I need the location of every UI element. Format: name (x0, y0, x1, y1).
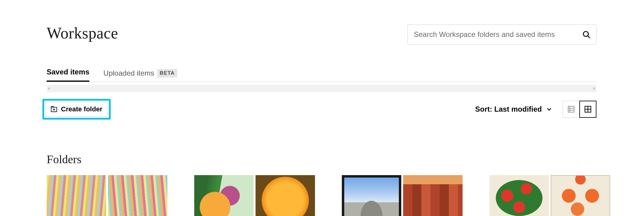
folders-heading: Folders (47, 153, 596, 166)
svg-rect-7 (568, 106, 574, 112)
search-field-wrapper[interactable] (407, 24, 596, 45)
chevron-down-icon (546, 106, 552, 112)
folders-grid (47, 175, 596, 216)
folder-thumbnail (194, 175, 254, 216)
folder-card[interactable] (47, 175, 167, 216)
folder-thumbnail (108, 175, 167, 216)
create-folder-highlight: Create folder (42, 99, 111, 120)
folder-card[interactable] (194, 175, 315, 216)
folder-thumbnail (489, 175, 549, 216)
page-title: Workspace (47, 24, 118, 42)
list-view-icon (567, 105, 575, 113)
tab-label: Uploaded items (103, 69, 154, 77)
svg-point-0 (583, 31, 588, 36)
horizontal-scrollbar[interactable] (47, 85, 596, 92)
beta-badge: BETA (157, 69, 177, 77)
tab-label: Saved items (47, 68, 89, 76)
grid-view-button[interactable] (579, 101, 596, 118)
sort-button[interactable]: Sort: Last modified (473, 105, 554, 114)
tab-saved-items[interactable]: Saved items (47, 68, 89, 82)
svg-marker-3 (593, 87, 595, 90)
search-input[interactable] (413, 30, 579, 39)
tabs: Saved items Uploaded items BETA (47, 68, 596, 82)
sort-value: Last modified (494, 105, 542, 113)
list-view-button[interactable] (563, 101, 580, 118)
folder-card[interactable] (489, 175, 610, 216)
create-folder-icon (51, 106, 57, 113)
svg-marker-2 (48, 87, 50, 90)
tab-uploaded-items[interactable]: Uploaded items BETA (103, 69, 177, 82)
scroll-left-icon[interactable] (48, 87, 50, 90)
create-folder-button[interactable]: Create folder (45, 102, 108, 117)
search-icon (582, 30, 591, 39)
folder-card[interactable] (342, 175, 463, 216)
folder-thumbnail (342, 175, 401, 216)
view-toggle (563, 101, 596, 118)
folder-thumbnail (47, 175, 106, 216)
svg-line-1 (588, 36, 590, 38)
folder-thumbnail (256, 175, 315, 216)
scroll-right-icon[interactable] (593, 87, 595, 90)
sort-prefix: Sort: (475, 105, 494, 113)
create-folder-label: Create folder (61, 105, 102, 113)
folder-thumbnail (403, 175, 463, 216)
folder-thumbnail (551, 175, 610, 216)
grid-view-icon (584, 105, 592, 113)
